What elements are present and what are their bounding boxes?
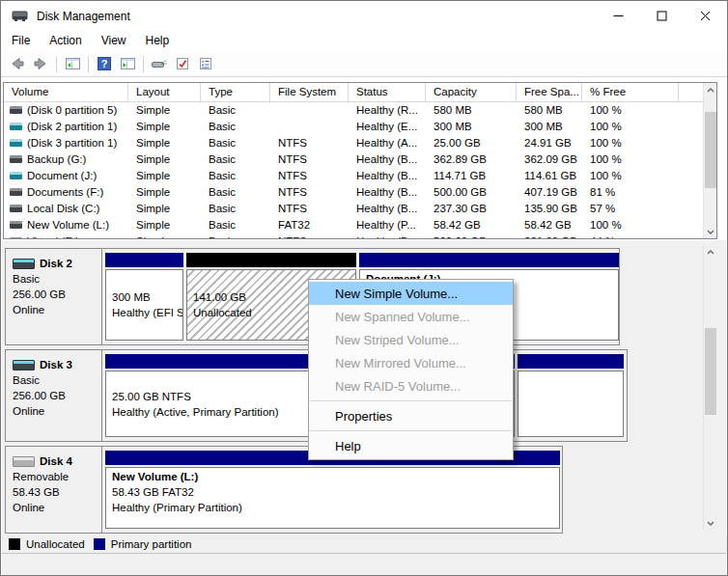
cell-status: Healthy (B...: [349, 186, 426, 198]
disk-drive-icon: [12, 8, 28, 24]
cell-freespace: 580 MB: [517, 104, 582, 116]
menu-help[interactable]: Help: [136, 32, 180, 50]
disk-management-window: Disk Management File Action View Help: [0, 0, 728, 576]
column-header-capacity[interactable]: Capacity: [426, 83, 517, 101]
menu-item-properties[interactable]: Properties: [309, 404, 513, 427]
partition-size: 58.43 GB FAT32: [112, 484, 553, 500]
minimize-button[interactable]: [597, 1, 640, 31]
partition-efi-system[interactable]: 300 MB Healthy (EFI System Partition): [105, 253, 183, 341]
volume-list-scrollbar[interactable]: [703, 83, 716, 238]
volume-icon: [10, 106, 22, 114]
partition-disk3-second[interactable]: [518, 354, 624, 437]
rescan-disks-icon[interactable]: [148, 53, 171, 74]
cell-freespace: 362.09 GB: [517, 153, 582, 165]
partition-new-volume-l[interactable]: New Volume (L:) 58.43 GB FAT32 Healthy (…: [105, 451, 560, 529]
column-header-pctfree[interactable]: % Free: [582, 83, 679, 101]
partition-name: New Volume (L:): [112, 469, 553, 484]
table-row[interactable]: Documents (F:) Simple Basic NTFS Healthy…: [4, 183, 703, 200]
cell-capacity: 58.42 GB: [426, 219, 517, 231]
table-row[interactable]: Backup (G:) Simple Basic NTFS Healthy (B…: [4, 151, 703, 167]
toolbar: ?: [1, 51, 727, 77]
help-icon[interactable]: ?: [93, 53, 116, 74]
show-console-icon[interactable]: [116, 53, 139, 74]
close-button[interactable]: [684, 1, 727, 31]
scrollbar-thumb[interactable]: [705, 328, 716, 415]
table-row[interactable]: New Volume (L:) Simple Basic FAT32 Healt…: [4, 216, 703, 233]
cell-freespace: 58.42 GB: [517, 219, 582, 231]
cell-filesystem: FAT32: [270, 219, 349, 231]
menu-action[interactable]: Action: [40, 32, 91, 50]
cell-type: Basic: [201, 104, 270, 116]
cell-filesystem: NTFS: [270, 137, 349, 149]
scroll-down-icon[interactable]: [704, 516, 717, 530]
menu-item-new-spanned-volume: New Spanned Volume...: [309, 305, 513, 328]
cell-filesystem: NTFS: [270, 203, 349, 214]
menu-item-new-raid5-volume: New RAID-5 Volume...: [309, 374, 513, 398]
menu-file[interactable]: File: [2, 32, 40, 50]
menu-item-new-striped-volume: New Striped Volume...: [309, 328, 513, 351]
check-mark-icon[interactable]: [171, 53, 194, 74]
menu-item-new-simple-volume[interactable]: New Simple Volume...: [309, 282, 513, 305]
cell-type: Basic: [201, 235, 270, 239]
column-header-layout[interactable]: Layout: [128, 83, 201, 101]
volume-icon: [10, 155, 22, 163]
column-header-freespace[interactable]: Free Spa...: [517, 83, 582, 101]
scroll-up-icon[interactable]: [704, 245, 717, 259]
cell-freespace: 221.03 GB: [517, 235, 582, 239]
cell-filesystem: NTFS: [270, 235, 349, 239]
cell-capacity: 300 MB: [426, 121, 517, 132]
cell-filesystem: NTFS: [270, 186, 349, 198]
cell-pctfree: 100 %: [582, 219, 679, 231]
properties-list-icon[interactable]: [194, 53, 217, 74]
removable-disk-icon: [13, 456, 35, 467]
menu-item-help[interactable]: Help: [309, 434, 513, 457]
back-icon[interactable]: [6, 53, 29, 74]
toolbar-separator: [88, 56, 89, 72]
disk-size: 256.00 GB: [13, 287, 101, 302]
column-header-filesystem[interactable]: File System: [270, 83, 349, 101]
column-header-type[interactable]: Type: [201, 83, 270, 101]
disk2-label[interactable]: Disk 2 Basic 256.00 GB Online: [6, 249, 102, 344]
disk-kind: Basic: [13, 271, 101, 287]
cell-layout: Simple: [128, 121, 201, 132]
volume-list-pane: Volume Layout Type File System Status Ca…: [3, 82, 717, 239]
menu-view[interactable]: View: [92, 32, 136, 50]
table-row[interactable]: Local Disk (C:) Simple Basic NTFS Health…: [4, 200, 703, 216]
forward-icon[interactable]: [29, 53, 52, 74]
table-row[interactable]: Virtual (E:) Simple Basic NTFS Healthy (…: [4, 233, 703, 238]
volume-icon: [10, 139, 22, 147]
table-body: (Disk 0 partition 5) Simple Basic Health…: [4, 101, 703, 238]
cell-pctfree: 100 %: [582, 137, 679, 149]
table-row[interactable]: (Disk 2 partition 1) Simple Basic Health…: [4, 118, 703, 134]
cell-volume: (Disk 2 partition 1): [27, 121, 117, 132]
cell-type: Basic: [201, 219, 270, 231]
cell-volume: Documents (F:): [27, 186, 103, 198]
table-row[interactable]: (Disk 0 partition 5) Simple Basic Health…: [4, 101, 703, 118]
table-row[interactable]: Document (J:) Simple Basic NTFS Healthy …: [4, 167, 703, 183]
disk-name: Disk 3: [40, 357, 72, 372]
disk-graph-scrollbar[interactable]: [703, 245, 716, 530]
cell-pctfree: 100 %: [582, 104, 679, 116]
column-header-filler: [679, 83, 703, 101]
disk-size: 256.00 GB: [13, 388, 101, 403]
cell-status: Healthy (B...: [349, 153, 426, 165]
menu-bar: File Action View Help: [1, 31, 727, 51]
toolbar-separator: [143, 56, 144, 72]
column-header-volume[interactable]: Volume: [4, 83, 128, 101]
partition-color-bar: [359, 253, 619, 267]
table-header: Volume Layout Type File System Status Ca…: [4, 83, 703, 102]
cell-filesystem: NTFS: [270, 170, 349, 181]
disk4-label[interactable]: Disk 4 Removable 58.43 GB Online: [6, 447, 102, 533]
cell-volume: (Disk 0 partition 5): [27, 104, 117, 116]
scroll-down-icon[interactable]: [704, 225, 717, 238]
table-row[interactable]: (Disk 3 partition 1) Simple Basic NTFS H…: [4, 134, 703, 151]
console-tree-icon[interactable]: [61, 53, 84, 74]
scroll-up-icon[interactable]: [704, 83, 717, 96]
volume-icon: [10, 188, 22, 196]
maximize-button[interactable]: [640, 1, 684, 31]
disk-icon: [13, 360, 35, 370]
scrollbar-thumb[interactable]: [705, 112, 716, 188]
column-header-status[interactable]: Status: [349, 83, 426, 101]
disk3-label[interactable]: Disk 3 Basic 256.00 GB Online: [6, 350, 102, 441]
cell-status: Healthy (A...: [349, 137, 426, 149]
